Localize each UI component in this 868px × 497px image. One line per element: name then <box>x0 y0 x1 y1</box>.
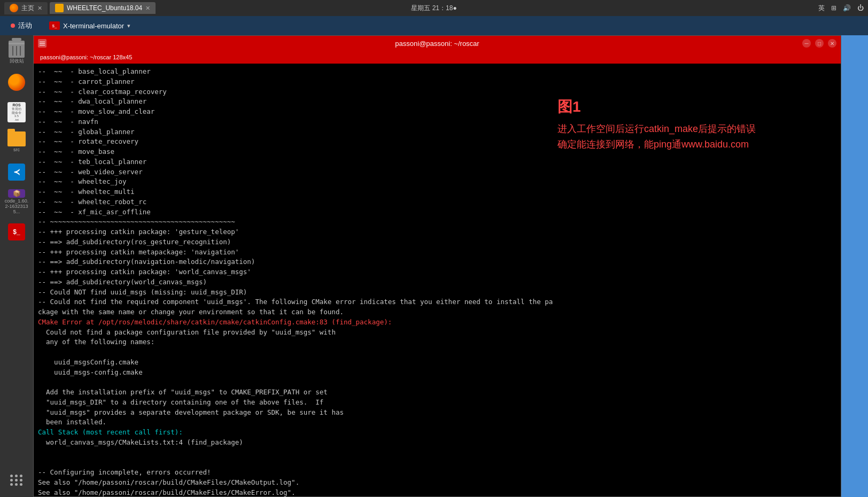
terminal-line: -- ~~ - wheeltec_robot_rc <box>38 197 836 207</box>
terminal-line: uuid_msgsConfig.cmake <box>38 358 836 368</box>
window-chrome: 主页 ✕ WHEELTEC_Ubuntu18.04 ✕ 星期五 21：18● 英… <box>0 0 868 16</box>
sidebar-item-vscode1[interactable]: ≺ <box>4 159 29 185</box>
terminal-line: been installed. <box>38 417 836 428</box>
terminal-line: Could not find a package configuration f… <box>38 328 836 338</box>
tab-wheeltec-close[interactable]: ✕ <box>145 5 150 12</box>
home-tab-icon <box>10 4 18 12</box>
volume-icon[interactable]: 🔊 <box>843 4 851 12</box>
terminal-taskbar-icon: $_ <box>49 21 60 30</box>
firefox-icon <box>8 74 25 91</box>
ros-doc-icon: ROS 常用功 能命令 3.5 .txt <box>7 102 26 122</box>
titlebar-controls: ─ □ ✕ <box>802 39 836 48</box>
terminal-line: any of the following names: <box>38 337 836 347</box>
sidebar-item-recycle-bin[interactable]: 回收站 <box>4 40 29 65</box>
tab-bar: 主页 ✕ WHEELTEC_Ubuntu18.04 ✕ <box>4 2 156 14</box>
tab-wheeltec[interactable]: WHEELTEC_Ubuntu18.04 ✕ <box>50 2 156 14</box>
recycle-bin-label: 回收站 <box>10 59 24 64</box>
terminal-taskbar-label: X-terminal-emulator <box>63 22 124 30</box>
terminal-line <box>38 347 836 358</box>
terminal-line: -- ~~ - teb_local_planner <box>38 157 836 167</box>
trash-icon <box>9 41 25 58</box>
terminal-line: -- ~~ - xf_mic_asr_offline <box>38 207 836 218</box>
network-icon[interactable]: ⊞ <box>831 4 836 12</box>
terminal-line: -- Could NOT find uuid_msgs (missing: uu… <box>38 288 836 298</box>
titlebar-left <box>38 39 46 48</box>
desktop: passoni@passoni: ~/roscar ─ □ ✕ passoni@… <box>33 35 868 497</box>
activities-label: 活动 <box>18 21 32 30</box>
terminal-menu-icon[interactable] <box>38 39 46 48</box>
terminal-line-callstack: Call Stack (most recent call first): <box>38 428 836 438</box>
terminal-line: -- ~~ - wheeltec_multi <box>38 187 836 197</box>
vscode2-icon: 📦 <box>8 189 25 198</box>
tab-home[interactable]: 主页 ✕ <box>4 2 48 14</box>
terminal-tabbar: passoni@passoni: ~/roscar 128x45 <box>34 51 841 64</box>
tab-wheeltec-label: WHEELTEC_Ubuntu18.04 <box>67 4 142 12</box>
sidebar-item-vscode2[interactable]: 📦 code_1.60.2-16323135... <box>4 189 29 215</box>
annotation-line1: 进入工作空间后运行catkin_make后提示的错误 <box>557 123 756 134</box>
taskbar: 活动 $_ X-terminal-emulator ▾ <box>0 16 868 35</box>
datetime-text: 星期五 21：18● <box>411 4 456 13</box>
grid-dots-icon <box>10 475 23 486</box>
lang-indicator[interactable]: 英 <box>818 4 825 13</box>
terminal-titlebar: passoni@passoni: ~/roscar ─ □ ✕ <box>34 36 841 51</box>
wheeltec-tab-icon <box>55 4 64 12</box>
terminal-line: See also "/home/passoni/roscar/build/CMa… <box>38 478 836 488</box>
terminal-line: "uuid_msgs_DIR" to a directory containin… <box>38 398 836 408</box>
terminal-window: passoni@passoni: ~/roscar ─ □ ✕ passoni@… <box>33 35 841 497</box>
terminal-line: "uuid_msgs" provides a separate developm… <box>38 408 836 418</box>
terminal-line: -- ~~ - carrot_planner <box>38 77 836 87</box>
terminal-line: -- ~~ - web_video_server <box>38 167 836 177</box>
top-bar-datetime: 星期五 21：18● <box>411 4 456 13</box>
activities-dot <box>11 24 15 28</box>
annotation-desc: 进入工作空间后运行catkin_make后提示的错误 确定能连接到网络，能pin… <box>557 121 825 152</box>
folder-src-icon <box>7 131 26 146</box>
terminal-line: uuid_msgs-config.cmake <box>38 368 836 378</box>
terminal-line: -- ~~~~~~~~~~~~~~~~~~~~~~~~~~~~~~~~~~~~~… <box>38 217 836 227</box>
terminal-line <box>38 448 836 458</box>
main-area: 回收站 ROS 常用功 能命令 3.5 .txt src ≺ <box>0 35 868 497</box>
annotation-line2: 确定能连接到网络，能ping通www.baidu.com <box>557 139 749 150</box>
terminal-line: -- +++ processing catkin metapackage: 'n… <box>38 247 836 258</box>
terminal-line: -- ~~ - base_local_planner <box>38 67 836 77</box>
annotation-overlay: 图1 进入工作空间后运行catkin_make后提示的错误 确定能连接到网络，能… <box>557 96 825 152</box>
terminal-line: Add the installation prefix of "uuid_msg… <box>38 387 836 398</box>
maximize-button[interactable]: □ <box>815 39 824 48</box>
terminal-icon: $_ <box>8 223 25 240</box>
terminal-line: -- ==> add_subdirectory(navigation-melod… <box>38 257 836 267</box>
terminal-title: passoni@passoni: ~/roscar <box>395 40 479 48</box>
terminal-line: -- ==> add_subdirectory(ros_gesture_reco… <box>38 237 836 247</box>
vscode1-icon: ≺ <box>8 164 25 181</box>
power-icon[interactable]: ⏻ <box>857 4 864 12</box>
sidebar-item-terminal[interactable]: $_ <box>4 219 29 245</box>
terminal-line: -- Could not find the required component… <box>38 297 836 317</box>
terminal-tab-info: passoni@passoni: ~/roscar 128x45 <box>36 54 136 60</box>
terminal-line: -- +++ processing catkin package: 'gestu… <box>38 227 836 237</box>
terminal-line: world_canvas_msgs/CMakeLists.txt:4 (find… <box>38 438 836 448</box>
terminal-taskbar-item[interactable]: $_ X-terminal-emulator ▾ <box>45 19 135 32</box>
src-label: src <box>13 147 20 153</box>
minimize-button[interactable]: ─ <box>802 39 811 48</box>
close-button[interactable]: ✕ <box>828 39 836 48</box>
terminal-line: -- ~~ - wheeltec_joy <box>38 177 836 187</box>
sidebar-item-src[interactable]: src <box>4 129 29 155</box>
show-apps-button[interactable] <box>4 467 29 493</box>
taskbar-dropdown-arrow[interactable]: ▾ <box>127 22 130 29</box>
terminal-line: -- +++ processing catkin package: 'world… <box>38 267 836 277</box>
terminal-line: -- ==> add_subdirectory(world_canvas_msg… <box>38 277 836 288</box>
top-bar-right-controls: 英 ⊞ 🔊 ⏻ <box>818 4 864 13</box>
vscode2-label: code_1.60.2-16323135... <box>4 199 29 215</box>
terminal-line <box>38 377 836 387</box>
annotation-title: 图1 <box>557 96 825 118</box>
terminal-line: -- Configuring incomplete, errors occurr… <box>38 468 836 478</box>
sidebar-item-firefox[interactable] <box>4 69 29 95</box>
terminal-line <box>38 457 836 468</box>
terminal-body[interactable]: -- ~~ - base_local_planner -- ~~ - carro… <box>34 64 841 496</box>
tab-home-label: 主页 <box>21 4 34 13</box>
sidebar: 回收站 ROS 常用功 能命令 3.5 .txt src ≺ <box>0 35 33 497</box>
tab-home-close[interactable]: ✕ <box>37 5 42 12</box>
terminal-line-cmake-error: CMake Error at /opt/ros/melodic/share/ca… <box>38 317 836 328</box>
activities-button[interactable]: 活动 <box>6 19 36 33</box>
terminal-line: See also "/home/passoni/roscar/build/CMa… <box>38 488 836 497</box>
sidebar-item-ros[interactable]: ROS 常用功 能命令 3.5 .txt <box>4 99 29 125</box>
